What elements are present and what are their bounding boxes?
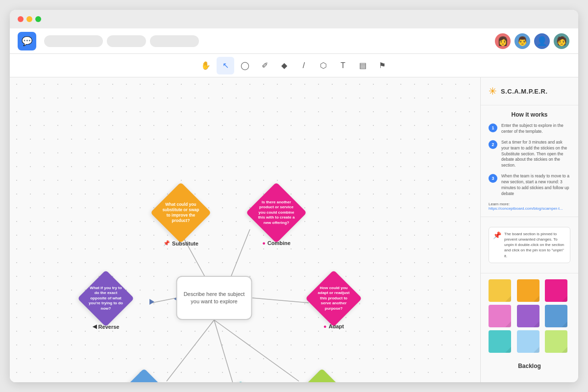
traffic-lights (18, 16, 41, 22)
panel-header: ✳ S.C.A.M.P.E.R. (481, 77, 578, 105)
nav-pill-1[interactable] (44, 35, 103, 47)
modify-node[interactable]: What could you add or modify this produc… (303, 376, 341, 382)
adapt-node[interactable]: How could you adapt or readjust this pro… (314, 278, 354, 329)
avatar-2[interactable]: 👨 (514, 32, 531, 50)
pin-text: The board section is pinned to prevent u… (504, 231, 566, 259)
maximize-button[interactable] (35, 16, 41, 22)
substitute-emoji: 📌 (163, 240, 170, 246)
top-navbar: 💬 👩 👨 👤 🧑 (10, 28, 578, 54)
text-tool[interactable]: T (334, 57, 352, 74)
stickies-palette (481, 273, 578, 359)
backlog-title: Backlog (489, 363, 570, 369)
comment-tool[interactable]: ⚑ (373, 57, 391, 74)
pin-icon: 📌 (493, 231, 501, 239)
substitute-node[interactable]: What could you substitute or swap to imp… (159, 191, 202, 246)
nav-pill-3[interactable] (150, 35, 199, 47)
adapt-card-text: How could you adapt or readjust this pro… (314, 284, 354, 313)
learn-more-text: Learn more: https://conceptboard.com/blo… (489, 202, 570, 211)
reverse-card-text: What if you try to do the exact opposite… (86, 284, 126, 313)
how-step-3: 3 When the team is ready to move to a ne… (489, 173, 570, 197)
avatar-3[interactable]: 👤 (533, 32, 551, 50)
canvas-background (10, 77, 480, 382)
adapt-emoji: ● (323, 323, 327, 329)
avatar-1[interactable]: 👩 (494, 32, 512, 50)
line-tool[interactable]: / (295, 57, 313, 74)
sticky-green[interactable] (545, 330, 567, 353)
main-window: 💬 👩 👨 👤 🧑 ✋ ↖ ◯ ✐ ◆ / ⬡ T ▤ ⚑ (10, 10, 578, 382)
close-button[interactable] (18, 16, 24, 22)
step-number-3: 3 (489, 174, 497, 183)
how-it-works-title: How it works (489, 111, 570, 118)
right-panel: ✳ S.C.A.M.P.E.R. How it works 1 Enter th… (480, 77, 578, 382)
sticky-pink[interactable] (545, 279, 567, 302)
eliminate-node[interactable]: What features, parts, or rules could you… (125, 376, 163, 382)
pen-tool[interactable]: ✐ (256, 57, 273, 74)
center-text: Describe here the subject you want to ex… (181, 291, 247, 306)
how-it-works-section: How it works 1 Enter the subject to expl… (481, 105, 578, 217)
sticky-purple[interactable] (517, 305, 539, 327)
drawing-toolbar: ✋ ↖ ◯ ✐ ◆ / ⬡ T ▤ ⚑ (10, 54, 578, 77)
sticky-yellow[interactable] (489, 279, 511, 302)
center-subject-box[interactable]: Describe here the subject you want to ex… (176, 276, 252, 320)
marker-tool[interactable]: ◆ (275, 57, 293, 74)
avatar-4[interactable]: 🧑 (553, 32, 570, 50)
combine-card-text: Is there another product or service you … (255, 197, 298, 228)
select-tool[interactable]: ↖ (217, 57, 234, 74)
minimize-button[interactable] (26, 16, 32, 22)
nav-pills (44, 35, 494, 47)
pin-notice-section: 📌 The board section is pinned to prevent… (481, 217, 578, 273)
sticky-orange[interactable] (517, 279, 539, 302)
sticky-light-blue[interactable] (517, 330, 539, 353)
titlebar (10, 10, 578, 28)
combine-node[interactable]: Is there another product or service you … (255, 191, 298, 246)
combine-emoji: ● (262, 240, 266, 246)
hand-tool[interactable]: ✋ (197, 57, 215, 74)
sticky-light-pink[interactable] (489, 305, 511, 327)
backlog-section: Backlog (481, 359, 578, 381)
app-logo[interactable]: 💬 (18, 32, 36, 50)
step-number-2: 2 (489, 140, 497, 149)
pin-notice: 📌 The board section is pinned to prevent… (489, 227, 570, 263)
reverse-node[interactable]: What if you try to do the exact opposite… (86, 278, 126, 330)
main-area: Describe here the subject you want to ex… (10, 77, 578, 382)
sticky-teal[interactable] (489, 330, 511, 353)
substitute-card-text: What could you substitute or swap to imp… (159, 199, 202, 226)
scamper-star-icon: ✳ (489, 85, 497, 97)
shapes-tool[interactable]: ⬡ (315, 57, 332, 74)
how-step-2: 2 Set a timer for 3 minutes and ask your… (489, 140, 570, 169)
step-text-3: When the team is ready to move to a new … (501, 173, 570, 197)
reverse-emoji: ◀ (93, 323, 97, 330)
step-text-1: Enter the subject to explore in the cent… (501, 123, 570, 135)
step-number-1: 1 (489, 123, 497, 132)
panel-title: S.C.A.M.P.E.R. (501, 88, 548, 95)
how-step-1: 1 Enter the subject to explore in the ce… (489, 123, 570, 135)
canvas-area[interactable]: Describe here the subject you want to ex… (10, 77, 480, 382)
eraser-tool[interactable]: ◯ (236, 57, 254, 74)
learn-link[interactable]: https://conceptboard.com/blog/scamper-t.… (489, 206, 563, 211)
sticky-tool[interactable]: ▤ (354, 57, 371, 74)
sticky-blue[interactable] (545, 305, 567, 327)
user-avatars: 👩 👨 👤 🧑 (494, 32, 570, 50)
step-text-2: Set a timer for 3 minutes and ask your t… (501, 140, 570, 169)
nav-pill-2[interactable] (107, 35, 146, 47)
